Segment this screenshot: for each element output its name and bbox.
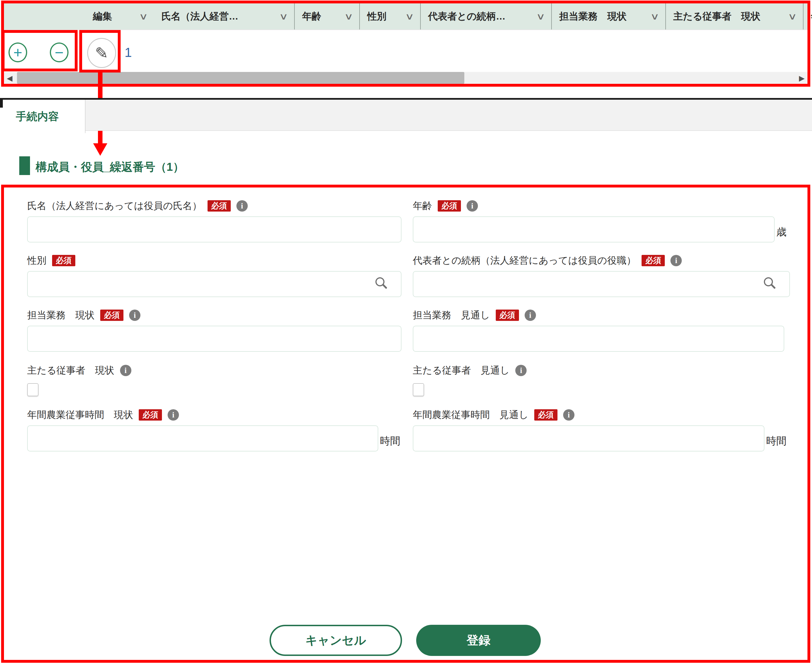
search-input[interactable] (27, 271, 402, 297)
info-icon[interactable]: i (670, 255, 682, 266)
field-hours-outlook: 年間農業従事時間 見通し必須i時間 (413, 407, 765, 452)
field-label-row: 性別必須 (27, 253, 402, 268)
info-icon[interactable]: i (120, 365, 131, 376)
field-control: 時間 (27, 426, 378, 452)
search-icon[interactable] (376, 277, 384, 286)
field-control (413, 383, 784, 396)
field-label: 年間農業従事時間 見通し (413, 408, 529, 421)
search-icon[interactable] (764, 277, 773, 286)
field-label-row: 担当業務 見通し必須i (413, 308, 784, 323)
field-duties-current: 担当業務 現状必須i (27, 308, 402, 352)
field-control (27, 271, 402, 297)
field-label: 年間農業従事時間 現状 (27, 408, 133, 421)
field-label: 主たる従事者 見通し (413, 364, 510, 377)
info-icon[interactable]: i (237, 200, 248, 211)
info-icon[interactable]: i (563, 409, 575, 421)
info-icon[interactable]: i (524, 310, 536, 321)
annotation-arrow-head (93, 143, 107, 156)
cancel-button-label: キャンセル (306, 632, 366, 648)
text-input[interactable] (27, 216, 402, 242)
field-label: 代表者との続柄（法人経営にあっては役員の役職） (413, 254, 636, 267)
field-control: 歳 (413, 216, 774, 242)
info-icon[interactable]: i (467, 200, 478, 211)
header-column-label: 年間農業従事時… (811, 10, 812, 23)
text-input[interactable] (27, 326, 402, 352)
field-label-row: 氏名（法人経営にあっては役員の氏名）必須i (27, 198, 402, 213)
field-relationship: 代表者との続柄（法人経営にあっては役員の役職）必須i (413, 253, 790, 297)
field-label: 担当業務 見通し (413, 309, 490, 322)
text-input[interactable] (27, 426, 378, 452)
field-label: 氏名（法人経営にあっては役員の氏名） (27, 200, 202, 213)
text-input[interactable] (413, 216, 774, 242)
field-label-row: 担当業務 現状必須i (27, 308, 402, 323)
field-label: 主たる従事者 現状 (27, 364, 114, 377)
field-main-worker-current: 主たる従事者 現状i (27, 363, 402, 396)
field-main-worker-outlook: 主たる従事者 見通しi (413, 363, 784, 396)
tab-label: 手続内容 (16, 109, 59, 124)
annotation-box-grid (1, 0, 810, 87)
required-badge: 必須 (207, 200, 231, 211)
annotation-box-edit (79, 30, 121, 72)
field-label-row: 主たる従事者 現状i (27, 363, 402, 378)
section-marker (19, 156, 30, 175)
field-label: 性別 (27, 254, 46, 267)
register-button-label: 登録 (467, 632, 490, 648)
unit-suffix: 歳 (776, 225, 786, 239)
required-badge: 必須 (534, 409, 557, 421)
field-name: 氏名（法人経営にあっては役員の氏名）必須i (27, 198, 402, 242)
annotation-box-add-remove (2, 30, 78, 71)
unit-suffix: 時間 (380, 434, 400, 448)
info-icon[interactable]: i (168, 409, 179, 421)
field-age: 年齢必須i歳 (413, 198, 774, 242)
field-control (27, 383, 402, 396)
field-label-row: 年間農業従事時間 現状必須i (27, 407, 378, 423)
field-label-row: 年齢必須i (413, 198, 774, 213)
tab-strip (85, 100, 812, 131)
required-badge: 必須 (139, 409, 162, 421)
field-label: 担当業務 現状 (27, 309, 95, 322)
text-input[interactable] (413, 326, 784, 352)
field-control (413, 326, 784, 352)
text-input[interactable] (413, 426, 765, 452)
checkbox[interactable] (27, 383, 39, 396)
field-control (413, 271, 790, 297)
required-badge: 必須 (438, 200, 461, 211)
page: { "colors": { "accent_green": "#25734f",… (0, 0, 812, 665)
field-control: 時間 (413, 426, 765, 452)
required-badge: 必須 (100, 310, 123, 321)
search-input[interactable] (413, 271, 790, 297)
field-gender: 性別必須 (27, 253, 402, 297)
field-label-row: 主たる従事者 見通しi (413, 363, 784, 378)
required-badge: 必須 (642, 255, 665, 266)
checkbox[interactable] (413, 383, 424, 396)
field-label-row: 年間農業従事時間 見通し必須i (413, 407, 765, 423)
field-label-row: 代表者との続柄（法人経営にあっては役員の役職）必須i (413, 253, 790, 268)
tab-procedure-content[interactable]: 手続内容 (3, 100, 85, 133)
info-icon[interactable]: i (129, 310, 141, 321)
required-badge: 必須 (496, 310, 519, 321)
register-button[interactable]: 登録 (416, 625, 541, 656)
required-badge: 必須 (52, 255, 75, 266)
field-duties-outlook: 担当業務 見通し必須i (413, 308, 784, 352)
field-control (27, 326, 402, 352)
cancel-button[interactable]: キャンセル (270, 625, 402, 656)
field-control (27, 216, 402, 242)
unit-suffix: 時間 (766, 434, 786, 448)
info-icon[interactable]: i (515, 365, 527, 376)
section-title: 構成員・役員_繰返番号（1） (36, 159, 184, 175)
field-label: 年齢 (413, 200, 432, 213)
field-hours-current: 年間農業従事時間 現状必須i時間 (27, 407, 378, 452)
